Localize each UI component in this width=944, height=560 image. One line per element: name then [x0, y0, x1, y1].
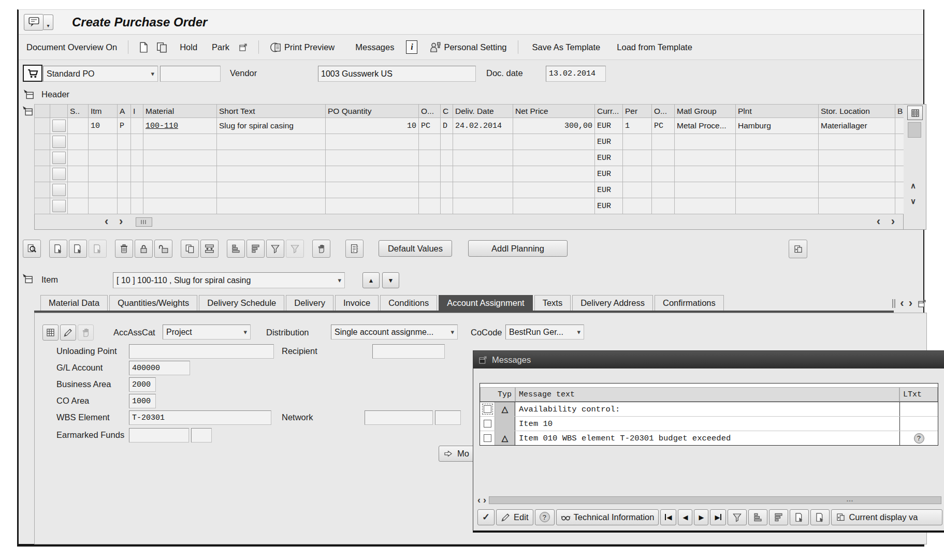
- save-as-template-button[interactable]: Save As Template: [528, 40, 605, 54]
- col-status[interactable]: S..: [68, 105, 89, 118]
- tab-conditions[interactable]: Conditions: [380, 295, 437, 311]
- scroll-left-icon[interactable]: ‹: [477, 495, 481, 505]
- services-menu-button[interactable]: [24, 14, 43, 31]
- select-item-button[interactable]: [49, 240, 67, 258]
- next-item-button[interactable]: ▼: [382, 272, 399, 288]
- cell-c[interactable]: D: [441, 118, 453, 134]
- item-expand-icon[interactable]: [22, 273, 34, 285]
- messages-button[interactable]: Messages: [351, 40, 399, 54]
- col-curr[interactable]: Curr...: [595, 105, 623, 118]
- find-item-button[interactable]: [23, 240, 41, 258]
- col-plnt[interactable]: Plnt: [736, 105, 819, 118]
- sort-ascending-button[interactable]: [748, 509, 767, 525]
- cell-curr[interactable]: EUR: [595, 118, 623, 134]
- default-values-button[interactable]: Default Values: [379, 240, 452, 257]
- message-text[interactable]: Availability control:: [515, 402, 899, 416]
- last-message-button[interactable]: ▶: [710, 509, 726, 525]
- sort-descending-button[interactable]: [246, 240, 265, 258]
- earmarked-funds-input[interactable]: [129, 428, 189, 443]
- create-document-button[interactable]: [135, 38, 153, 56]
- earmarked-funds-extra-input[interactable]: [191, 428, 212, 443]
- message-checkbox[interactable]: [484, 405, 491, 413]
- cell-opu[interactable]: PC: [652, 118, 675, 134]
- cell-stor-location[interactable]: Materiallager: [819, 118, 895, 134]
- first-message-button[interactable]: ◀: [660, 509, 676, 525]
- filter-button[interactable]: [728, 509, 747, 525]
- document-overview-button[interactable]: Document Overview On: [22, 40, 122, 54]
- tab-scroll-left-icon[interactable]: ‹: [900, 298, 904, 309]
- vendor-input[interactable]: [318, 66, 476, 82]
- cell-short-text[interactable]: Slug for spiral casing: [217, 118, 326, 134]
- next-message-button[interactable]: ▶: [694, 509, 708, 525]
- col-short-text[interactable]: Short Text: [217, 105, 326, 118]
- cell-curr[interactable]: EUR: [595, 134, 623, 150]
- sort-descending-button[interactable]: [769, 509, 788, 525]
- tab-quantities-weights[interactable]: Quantities/Weights: [109, 295, 197, 311]
- row-select-button[interactable]: [52, 184, 66, 196]
- cell-po-quantity[interactable]: 10: [326, 118, 419, 134]
- cell-curr[interactable]: EUR: [595, 182, 623, 198]
- park-icon-button[interactable]: [234, 38, 252, 56]
- vscroll-thumb[interactable]: [908, 122, 921, 138]
- aa-grid-button[interactable]: [42, 325, 59, 341]
- unlock-item-button[interactable]: [154, 240, 172, 258]
- tab-invoice[interactable]: Invoice: [335, 295, 379, 311]
- long-text-help-icon[interactable]: ?: [914, 433, 924, 444]
- select-details-button[interactable]: [790, 509, 809, 525]
- col-stor-location[interactable]: Stor. Location: [819, 105, 895, 118]
- cell-deliv-date[interactable]: 24.02.2014: [453, 118, 513, 134]
- detach-tab-icon[interactable]: [917, 299, 927, 308]
- distribution-select[interactable]: Single account assignme... ▾: [331, 325, 458, 340]
- lock-item-button[interactable]: [135, 240, 153, 258]
- col-deliv-date[interactable]: Deliv. Date: [453, 105, 513, 118]
- items-expand-icon[interactable]: [22, 105, 34, 117]
- tab-delivery-schedule[interactable]: Delivery Schedule: [199, 295, 284, 311]
- network-extra-input[interactable]: [435, 410, 461, 425]
- services-menu-caret-icon[interactable]: ▾: [43, 14, 53, 30]
- current-display-button[interactable]: Current display va: [831, 509, 942, 525]
- recipient-input[interactable]: [372, 344, 445, 359]
- select-block-button[interactable]: [69, 240, 87, 258]
- tab-texts[interactable]: Texts: [534, 295, 571, 311]
- personal-setting-button[interactable]: Personal Setting: [425, 39, 511, 55]
- scroll-right-icon[interactable]: ›: [891, 216, 895, 227]
- previous-item-button[interactable]: ▲: [362, 272, 380, 288]
- print-preview-button[interactable]: Print Preview: [265, 39, 339, 55]
- network-input[interactable]: [365, 410, 433, 425]
- co-area-input[interactable]: [129, 394, 156, 408]
- scroll-left-icon[interactable]: ‹: [105, 216, 108, 227]
- unloading-point-input[interactable]: [129, 344, 274, 359]
- insert-row-button[interactable]: [200, 240, 219, 258]
- cocode-select[interactable]: BestRun Ger... ▾: [505, 325, 584, 340]
- cell-matl-group[interactable]: Metal Proce...: [675, 118, 736, 134]
- scroll-right-icon[interactable]: ›: [483, 495, 486, 505]
- cell-per[interactable]: 1: [623, 118, 652, 134]
- technical-information-button[interactable]: Technical Information: [556, 509, 659, 525]
- aa-edit-button[interactable]: [60, 325, 76, 341]
- scroll-up-icon[interactable]: ∧: [910, 181, 916, 190]
- row-select-button[interactable]: [52, 120, 66, 132]
- cell-plnt[interactable]: Hamburg: [736, 118, 819, 134]
- row-select-button[interactable]: [52, 152, 66, 164]
- info-icon[interactable]: i: [406, 40, 417, 54]
- tab-scroll-right-icon[interactable]: ›: [909, 298, 912, 309]
- sort-ascending-button[interactable]: [227, 240, 245, 258]
- notes-button[interactable]: [345, 240, 364, 258]
- tab-material-data[interactable]: Material Data: [40, 295, 108, 311]
- previous-message-button[interactable]: ◀: [678, 509, 692, 525]
- row-select-button[interactable]: [52, 200, 66, 212]
- hscroll-thumb[interactable]: [136, 217, 152, 227]
- hscroll-thumb[interactable]: …: [489, 496, 941, 504]
- item-select[interactable]: [ 10 ] 100-110 , Slug for spiral casing …: [113, 272, 345, 288]
- cell-net-price[interactable]: 300,00: [513, 118, 595, 134]
- tab-delivery-address[interactable]: Delivery Address: [572, 295, 653, 311]
- load-from-template-button[interactable]: Load from Template: [612, 40, 697, 54]
- scroll-left-icon[interactable]: ‹: [877, 216, 880, 227]
- message-checkbox[interactable]: [484, 420, 491, 428]
- continue-button[interactable]: ✓: [477, 509, 495, 525]
- addl-planning-button[interactable]: Addl Planning: [468, 240, 568, 257]
- edit-button[interactable]: Edit: [496, 509, 533, 525]
- col-material[interactable]: Material: [143, 105, 217, 118]
- table-settings-button[interactable]: [907, 106, 923, 120]
- cell-curr[interactable]: EUR: [595, 198, 623, 214]
